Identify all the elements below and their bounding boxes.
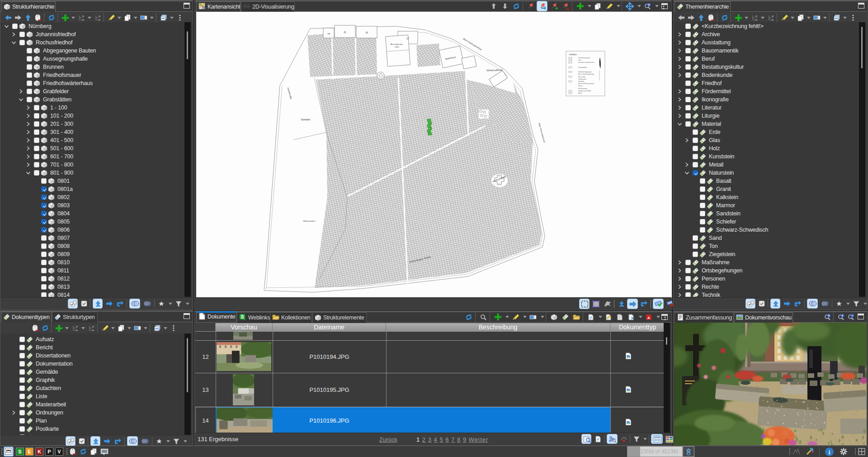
svg-text:Flächennummer: Flächennummer <box>578 88 587 90</box>
svg-text:Aussegnungs-: Aussegnungs- <box>391 43 404 45</box>
svg-text:A: A <box>647 315 650 319</box>
svg-text:Zugänge zum Friedhof: Zugänge zum Friedhof <box>578 90 591 92</box>
svg-text:Mauer: Mauer <box>578 92 582 94</box>
svg-text:Verstorbene begravd: Verstorbene begravd <box>578 57 590 59</box>
svg-text:S: S <box>241 314 244 319</box>
svg-text:Wirtschaftshof: Wirtschaftshof <box>486 68 503 71</box>
svg-text:Grabplatte: Grabplatte <box>578 81 585 82</box>
svg-text:LEGENDE: LEGENDE <box>569 54 577 56</box>
svg-text:i: i <box>829 449 830 456</box>
svg-text:Militärfriedhof: Militärfriedhof <box>303 220 316 222</box>
svg-text:17: 17 <box>406 37 409 40</box>
svg-text:UM: UM <box>327 33 330 35</box>
svg-text:21: 21 <box>344 31 346 33</box>
svg-text:Strauch: Strauch <box>578 85 583 87</box>
svg-text:Gruft: Gruft <box>578 59 581 61</box>
svg-text:halle: halle <box>395 46 399 48</box>
svg-text:Nicht- und erhaltungswürdig: Nicht- und erhaltungswürdig <box>578 73 594 75</box>
svg-text:Wasserstelle: Wasserstelle <box>578 76 585 78</box>
svg-text:19: 19 <box>365 31 368 34</box>
svg-text:Spielplatz: Spielplatz <box>301 119 311 121</box>
svg-text:Verstorbene oberirdisch best.: Verstorbene oberirdisch best. <box>578 62 595 63</box>
svg-text:Grandstandort: Grandstandort <box>578 78 586 80</box>
svg-text:Baum mit Pflanzennummern: Baum mit Pflanzennummern <box>578 83 594 85</box>
svg-text:Urnengrabplatz: Urnengrabplatz <box>578 67 587 68</box>
svg-text:Grabmaler abgegangen: Grabmaler abgegangen <box>578 71 592 73</box>
